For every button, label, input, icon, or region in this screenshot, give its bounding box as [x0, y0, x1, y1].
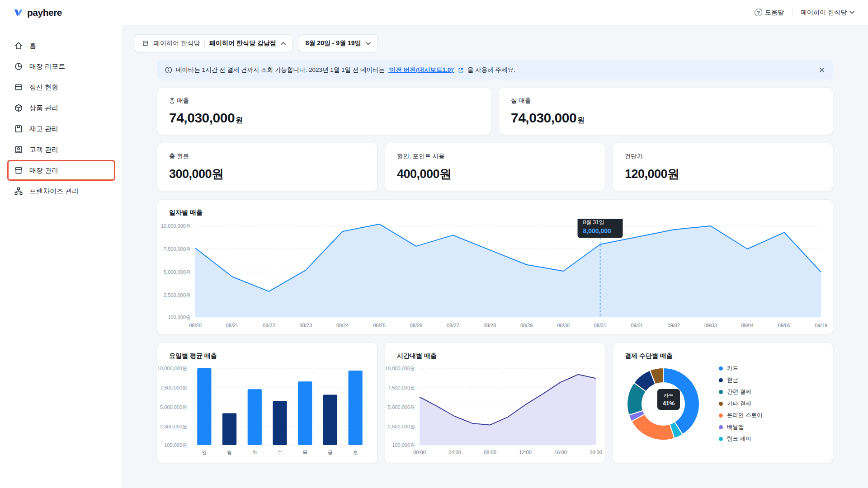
svg-text:09/02: 09/02	[668, 323, 680, 328]
svg-text:5,000,000원: 5,000,000원	[164, 269, 191, 275]
legend-item-4: 온라인 스토어	[719, 412, 762, 419]
svg-text:08/21: 08/21	[226, 323, 239, 328]
payhere-logo[interactable]: payhere	[14, 7, 62, 18]
help-icon: ?	[755, 9, 762, 16]
hourly-sales-chart-card: 시간대별 매출 10,000,000원7,500,000원5,000,000원2…	[385, 343, 605, 464]
stat-value: 74,030,000원	[511, 110, 821, 126]
bottom-charts-row: 요일별 평균 매출 10,000,000원7,500,000원5,000,000…	[157, 343, 833, 464]
store-group-label: 페이히어 한식당	[154, 39, 200, 47]
banner-close-icon[interactable]: ✕	[819, 66, 825, 74]
weekday-sales-chart[interactable]: 10,000,000원7,500,000원5,000,000원2,500,000…	[157, 362, 377, 458]
payhere-logo-icon	[14, 8, 24, 18]
account-menu[interactable]: 페이히어 한식당	[801, 9, 854, 17]
svg-text:100,000원: 100,000원	[168, 314, 191, 320]
total-refund-card: 총 환불 300,000원	[157, 143, 377, 192]
home-icon	[14, 41, 23, 50]
svg-text:8,000,000: 8,000,000	[583, 227, 611, 235]
svg-text:08/24: 08/24	[336, 323, 349, 328]
svg-text:5,000,000원: 5,000,000원	[160, 404, 187, 410]
svg-text:8월 31일: 8월 31일	[583, 219, 604, 225]
stat-value: 400,000원	[397, 166, 593, 182]
svg-text:7,500,000원: 7,500,000원	[388, 385, 415, 390]
sidebar-item-label: 상품 관리	[29, 104, 58, 113]
svg-text:08/23: 08/23	[299, 323, 312, 328]
legend-label: 링크 페이	[727, 435, 751, 443]
sidebar-item-6[interactable]: 매장 관리	[7, 160, 115, 181]
svg-text:12:00: 12:00	[519, 450, 532, 455]
brand-name: payhere	[27, 7, 62, 18]
svg-text:10,000,000원: 10,000,000원	[157, 366, 187, 371]
sidebar-nav: 홈매장 리포트정산 현황상품 관리재고 관리고객 관리매장 관리프랜차이즈 관리	[7, 35, 115, 202]
store-branch-label: 페이히어 한식당 강남점	[209, 39, 276, 47]
payment-method-donut[interactable]: 카드 41%	[625, 366, 702, 442]
stat-label: 총 매출	[169, 97, 479, 105]
banner-text-before: 데이터는 1시간 전 결제 건까지 조회 가능합니다. 2023년 1월 1일 …	[176, 66, 385, 74]
toolbar: 페이히어 한식당 페이히어 한식당 강남점 8월 20일 - 9월 19일	[135, 34, 833, 52]
info-icon	[165, 66, 172, 74]
legend-label: 온라인 스토어	[727, 412, 762, 419]
sidebar-item-label: 매장 리포트	[29, 62, 65, 71]
svg-text:2,500,000원: 2,500,000원	[164, 292, 191, 298]
legend-item-3: 기타 결제	[719, 400, 762, 408]
svg-text:08/22: 08/22	[263, 323, 275, 328]
svg-text:08:00: 08:00	[484, 450, 496, 455]
sidebar-item-4[interactable]: 재고 관리	[7, 118, 115, 139]
sidebar-item-label: 홈	[29, 42, 36, 50]
sidebar-item-3[interactable]: 상품 관리	[7, 98, 115, 118]
daily-sales-chart[interactable]: 10,000,000원7,500,000원5,000,000원2,500,000…	[157, 219, 833, 331]
stat-label: 총 환불	[169, 152, 365, 160]
external-link-icon	[458, 67, 464, 73]
store-group-icon	[142, 40, 149, 47]
store-selector[interactable]: 페이히어 한식당 페이히어 한식당 강남점	[135, 34, 292, 52]
legend-dot	[719, 390, 723, 394]
svg-text:08/26: 08/26	[410, 323, 423, 328]
stat-value: 120,000원	[625, 166, 821, 182]
customer-icon	[14, 145, 23, 154]
net-sales-card: 실 매출 74,030,000원	[499, 87, 833, 135]
legend-dot	[719, 366, 723, 371]
stats-row-2: 총 환불 300,000원 할인, 포인트 사용 400,000원 건단가 12…	[157, 143, 833, 192]
svg-text:목: 목	[302, 450, 307, 455]
legend-label: 배달앱	[727, 423, 744, 431]
sidebar-item-1[interactable]: 매장 리포트	[7, 56, 115, 77]
svg-text:00:00: 00:00	[413, 450, 426, 455]
payment-method-legend: 카드현금간편 결제기타 결제온라인 스토어배달앱링크 페이	[719, 365, 762, 443]
svg-text:04:00: 04:00	[448, 450, 461, 455]
stat-value: 74,030,000원	[169, 110, 479, 126]
svg-text:09/19: 09/19	[815, 323, 827, 328]
legend-label: 현금	[727, 376, 738, 384]
store-icon	[14, 166, 23, 175]
banner-text-after: 을 사용해 주세요.	[467, 66, 515, 74]
payment-method-chart-card: 결제 수단별 매출 카드 41% 카드현금간편 결제기타 결제온라인 스토어배달…	[613, 343, 833, 464]
sidebar-item-2[interactable]: 정산 현황	[7, 77, 115, 98]
sidebar-item-7[interactable]: 프랜차이즈 관리	[7, 181, 115, 202]
store-divider	[204, 40, 205, 47]
help-button[interactable]: ? 도움말	[755, 9, 784, 17]
legend-label: 카드	[727, 365, 738, 372]
donut-tooltip: 카드 41%	[657, 389, 680, 410]
legend-item-1: 현금	[719, 376, 762, 384]
sidebar-item-label: 고객 관리	[29, 145, 58, 154]
legacy-dashboard-link[interactable]: '이전 버전(대시보드1.0)'	[388, 66, 454, 74]
chart-title: 일자별 매출	[157, 200, 833, 219]
hourly-sales-chart[interactable]: 10,000,000원7,500,000원5,000,000원2,500,000…	[385, 362, 605, 458]
discount-points-card: 할인, 포인트 사용 400,000원	[385, 143, 605, 192]
legend-item-6: 링크 페이	[719, 435, 762, 443]
date-range-selector[interactable]: 8월 20일 - 9월 19일	[299, 34, 377, 52]
svg-text:20:00: 20:00	[590, 450, 602, 455]
chart-title: 결제 수단별 매출	[613, 343, 833, 362]
help-label: 도움말	[765, 9, 784, 17]
header-divider	[792, 9, 793, 16]
stat-label: 할인, 포인트 사용	[397, 152, 593, 160]
sidebar: 홈매장 리포트정산 현황상품 관리재고 관리고객 관리매장 관리프랜차이즈 관리	[0, 25, 123, 488]
svg-text:08/25: 08/25	[373, 323, 386, 328]
svg-text:화: 화	[252, 450, 257, 455]
svg-text:09/04: 09/04	[741, 323, 754, 328]
top-header: payhere ? 도움말 페이히어 한식당	[0, 0, 868, 25]
svg-text:토: 토	[353, 450, 358, 455]
sidebar-item-0[interactable]: 홈	[7, 35, 115, 56]
sidebar-item-5[interactable]: 고객 관리	[7, 139, 115, 160]
weekday-sales-chart-card: 요일별 평균 매출 10,000,000원7,500,000원5,000,000…	[157, 343, 377, 464]
sidebar-item-label: 정산 현황	[29, 83, 58, 92]
svg-text:7,500,000원: 7,500,000원	[160, 385, 187, 390]
